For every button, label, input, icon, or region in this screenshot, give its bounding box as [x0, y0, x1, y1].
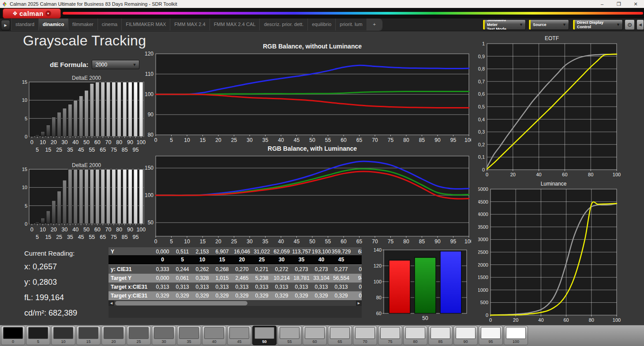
pattern-swatch-55[interactable]: 55	[277, 326, 302, 345]
table-cell: 193,100	[311, 247, 331, 256]
pattern-swatch-20[interactable]: 20	[101, 326, 126, 345]
table-cell: 0,272	[272, 265, 292, 274]
close-button[interactable]: ✕	[627, 0, 644, 8]
settings-gear-button[interactable]: ⚙	[625, 19, 635, 30]
table-column-header: 15	[212, 255, 232, 264]
pattern-swatch-60[interactable]: 60	[303, 326, 327, 345]
tab-filmmaker[interactable]: filmmaker	[68, 19, 98, 30]
swatch-label: 10	[61, 339, 65, 344]
gray-patch-icon	[405, 327, 425, 339]
table-cell: 0,061	[172, 274, 192, 283]
svg-text:100: 100	[374, 279, 382, 284]
tab-descriz-prior-dett-[interactable]: descriz. prior. dett.	[260, 19, 308, 30]
svg-text:60: 60	[563, 317, 569, 323]
pattern-swatch-80[interactable]: 80	[403, 326, 427, 345]
tab-equilibrio[interactable]: equilibrio	[308, 19, 336, 30]
svg-text:55: 55	[325, 137, 331, 143]
pattern-swatch-10[interactable]: 10	[51, 326, 75, 345]
tab-fmm-max-2-4-cal[interactable]: FMM MAX 2.4 CAL	[210, 19, 260, 30]
tab-cinema[interactable]: cinema	[98, 19, 122, 30]
table-cell: 0,329	[272, 291, 292, 300]
collapse-panel-button[interactable]: ◀	[637, 19, 644, 30]
tab-filmmaker-max[interactable]: FILMMAKER MAX	[122, 19, 170, 30]
svg-text:80: 80	[376, 295, 382, 300]
svg-text:35: 35	[262, 238, 269, 245]
pattern-swatch-90[interactable]: 90	[453, 326, 478, 345]
table-cell: 0,313	[311, 283, 331, 291]
scroll-left-arrow-icon[interactable]: ◀	[109, 301, 114, 306]
svg-text:80: 80	[116, 139, 122, 145]
table-cell: 6,907	[212, 247, 232, 256]
svg-text:15: 15	[200, 238, 206, 245]
svg-text:35: 35	[262, 137, 269, 143]
svg-text:10: 10	[40, 227, 46, 233]
pattern-swatch-35[interactable]: 35	[177, 326, 201, 345]
minimize-button[interactable]: –	[594, 0, 610, 8]
table-cell: 0,329	[292, 291, 311, 300]
pattern-swatch-70[interactable]: 70	[353, 326, 377, 345]
table-horizontal-scrollbar[interactable]: ◀▶	[109, 301, 362, 306]
tab-priorit-lum[interactable]: priorit. lum	[336, 19, 367, 30]
pattern-swatch-5[interactable]: 5	[26, 326, 50, 345]
pattern-swatch-95[interactable]: 95	[479, 326, 503, 345]
table-cell: 0,313	[232, 283, 252, 291]
pattern-swatch-0[interactable]: 0	[1, 326, 25, 345]
gray-patch-icon	[28, 327, 48, 339]
svg-text:75: 75	[388, 238, 394, 245]
tab-standard[interactable]: standard	[11, 19, 39, 30]
svg-text:25: 25	[56, 234, 62, 240]
simulated-meter-dropdown[interactable]: Simulated MeterTest Mode▼	[483, 19, 526, 30]
tab-fmm-max-2-4[interactable]: FMM MAX 2.4	[170, 19, 210, 30]
tabbar-expand-button[interactable]: ▶	[1, 20, 10, 30]
svg-text:100: 100	[464, 238, 471, 245]
pattern-swatch-40[interactable]: 40	[202, 326, 226, 345]
table-row: Y0,0000,5112,1536,90716,04631,02262,0591…	[109, 247, 362, 256]
svg-text:40: 40	[536, 172, 541, 177]
de-formula-select[interactable]: 2000 ▼	[92, 60, 139, 69]
table-row-label: Target y:CIE31	[109, 291, 153, 300]
pattern-swatch-15[interactable]: 15	[76, 326, 101, 345]
svg-text:3000: 3000	[478, 237, 488, 242]
gray-patch-icon	[355, 327, 375, 339]
pattern-swatch-25[interactable]: 25	[127, 326, 151, 345]
pattern-swatch-100[interactable]: 100	[504, 326, 528, 345]
svg-text:30: 30	[247, 137, 253, 143]
svg-text:3500: 3500	[478, 224, 488, 230]
svg-text:2500: 2500	[478, 249, 488, 255]
svg-text:65: 65	[356, 137, 363, 143]
calman-logo-button[interactable]: ❖ calman ▼	[3, 8, 61, 19]
svg-text:35: 35	[67, 234, 73, 240]
gray-patch-icon	[104, 327, 124, 339]
pattern-swatch-45[interactable]: 45	[227, 326, 251, 345]
add-tab-button[interactable]: +	[367, 19, 382, 30]
svg-text:90: 90	[127, 139, 133, 145]
pattern-swatch-85[interactable]: 85	[428, 326, 453, 345]
svg-text:80: 80	[116, 227, 122, 233]
pattern-swatch-50[interactable]: 50	[252, 326, 277, 345]
restore-button[interactable]: ❐	[610, 0, 627, 8]
pattern-swatch-75[interactable]: 75	[378, 326, 402, 345]
swatch-label: 100	[513, 339, 519, 344]
scroll-right-arrow-icon[interactable]: ▶	[356, 301, 362, 306]
pattern-swatch-30[interactable]: 30	[152, 326, 176, 345]
svg-text:15: 15	[22, 167, 27, 172]
direct-display-control-dropdown[interactable]: Direct Display Control▼	[573, 19, 623, 30]
swatch-label: 65	[337, 339, 342, 344]
scrollbar-thumb[interactable]	[115, 301, 247, 305]
pattern-swatch-65[interactable]: 65	[328, 326, 352, 345]
svg-text:100: 100	[145, 192, 154, 198]
table-cell: 0,333	[153, 265, 172, 274]
table-cell: 0,329	[153, 291, 172, 300]
gray-patch-icon	[53, 327, 73, 339]
table-cell: 0,277	[331, 265, 351, 274]
table-cell: 5,238	[252, 274, 272, 283]
svg-text:40: 40	[538, 317, 543, 323]
tab-dinamico[interactable]: dinamico	[39, 19, 68, 30]
source-dropdown[interactable]: Source▼	[528, 19, 569, 30]
svg-text:70: 70	[372, 238, 378, 245]
svg-text:60: 60	[94, 139, 101, 145]
svg-text:95: 95	[132, 147, 139, 153]
svg-text:60: 60	[562, 172, 567, 177]
table-cell: 0,313	[292, 283, 311, 291]
svg-text:1500: 1500	[478, 275, 488, 280]
